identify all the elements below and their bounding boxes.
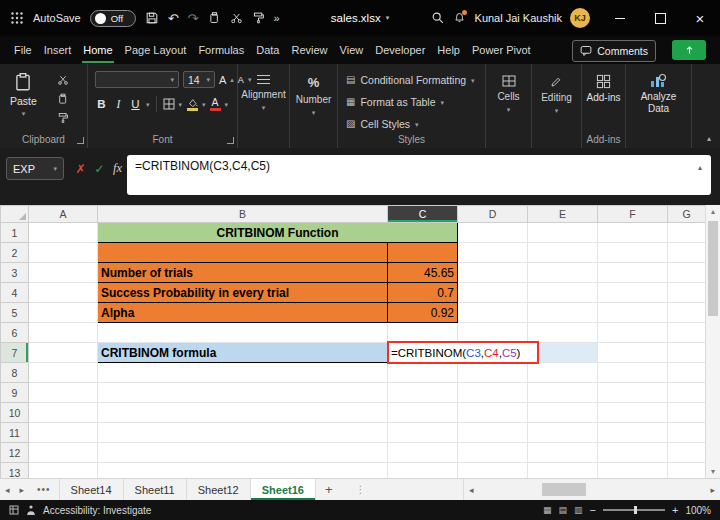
cell[interactable] <box>458 383 528 403</box>
chevron-down-icon[interactable]: ▾ <box>179 101 183 108</box>
cell-C3[interactable]: 45.65 <box>388 263 458 283</box>
cell[interactable] <box>29 343 98 363</box>
cell[interactable] <box>458 263 528 283</box>
cell-B5[interactable]: Alpha <box>98 303 388 323</box>
maximize-button[interactable] <box>640 0 680 36</box>
col-header-E[interactable]: E <box>528 206 598 223</box>
cell[interactable] <box>668 423 706 443</box>
horizontal-scroll-track[interactable] <box>479 479 706 500</box>
enter-icon[interactable]: ✓ <box>91 157 108 180</box>
cell[interactable] <box>598 463 668 479</box>
normal-view-icon[interactable]: ▦ <box>543 506 552 515</box>
cell-B3[interactable]: Number of trials <box>98 263 388 283</box>
cell[interactable] <box>98 383 388 403</box>
format-painter-icon[interactable] <box>54 110 72 125</box>
tab-power-pivot[interactable]: Power Pivot <box>466 36 537 64</box>
cell[interactable] <box>458 223 528 243</box>
page-layout-view-icon[interactable]: ▤ <box>559 506 568 515</box>
cell-C5[interactable]: 0.92 <box>388 303 458 323</box>
number-collapsed-button[interactable]: % Number ▾ <box>290 64 337 148</box>
cell[interactable] <box>598 403 668 423</box>
cell[interactable] <box>98 363 388 383</box>
tab-review[interactable]: Review <box>285 36 333 64</box>
cell[interactable] <box>388 383 458 403</box>
editing-collapsed-button[interactable]: Editing ▾ <box>532 64 581 148</box>
col-header-A[interactable]: A <box>29 206 98 223</box>
cell[interactable] <box>668 303 706 323</box>
sheet-tab-sheet12[interactable]: Sheet12 <box>187 479 251 500</box>
cell[interactable] <box>668 323 706 343</box>
zoom-in-icon[interactable]: + <box>672 505 678 516</box>
scroll-down-icon[interactable]: ▾ <box>706 467 720 476</box>
row-header[interactable]: 6 <box>1 323 29 343</box>
cut-icon[interactable] <box>230 11 243 25</box>
cell[interactable] <box>528 303 598 323</box>
dialog-launcher-icon[interactable] <box>77 137 84 144</box>
cell[interactable] <box>668 223 706 243</box>
formula-input[interactable]: =CRITBINOM(C3,C4,C5) ▴ <box>127 155 711 195</box>
row-header[interactable]: 4 <box>1 283 29 303</box>
chevron-down-icon[interactable]: ▾ <box>202 101 206 108</box>
accessibility-status-label[interactable]: Accessibility: Investigate <box>43 505 151 516</box>
row-header[interactable]: 7 <box>1 343 29 363</box>
cell[interactable] <box>668 283 706 303</box>
cell-B4[interactable]: Success Probability in every trial <box>98 283 388 303</box>
cell[interactable] <box>528 423 598 443</box>
collapse-formula-bar-icon[interactable]: ▴ <box>698 163 702 172</box>
cell[interactable] <box>528 323 598 343</box>
avatar[interactable]: KJ <box>570 8 590 28</box>
alignment-collapsed-button[interactable]: Alignment ▾ <box>238 64 289 148</box>
cell-C7-active[interactable]: =CRITBINOM(C3,C4,C5) <box>388 343 458 363</box>
cancel-icon[interactable]: ✗ <box>72 157 89 180</box>
cell[interactable] <box>458 283 528 303</box>
qat-more-icon[interactable]: » <box>274 13 280 24</box>
cell[interactable] <box>388 403 458 423</box>
cell[interactable] <box>29 443 98 463</box>
addins-button[interactable]: Add-ins <box>582 74 625 103</box>
cell[interactable] <box>98 403 388 423</box>
col-header-C[interactable]: C <box>388 206 458 223</box>
font-name-combo[interactable]: ▾ <box>95 71 179 88</box>
cell[interactable] <box>388 443 458 463</box>
tab-help[interactable]: Help <box>431 36 466 64</box>
cell[interactable] <box>98 423 388 443</box>
cell[interactable] <box>458 363 528 383</box>
minimize-button[interactable] <box>600 0 640 36</box>
bold-button[interactable]: B <box>95 98 108 110</box>
cell[interactable] <box>29 223 98 243</box>
underline-button[interactable]: U <box>129 98 142 110</box>
cell[interactable] <box>668 263 706 283</box>
new-sheet-button[interactable]: + <box>316 482 342 497</box>
cell[interactable] <box>458 443 528 463</box>
cell[interactable] <box>528 223 598 243</box>
row-header[interactable]: 13 <box>1 463 29 479</box>
insert-function-icon[interactable]: fx <box>109 157 126 180</box>
row-header[interactable]: 12 <box>1 443 29 463</box>
scroll-right-icon[interactable]: ▸ <box>705 485 720 495</box>
tab-view[interactable]: View <box>334 36 370 64</box>
fill-color-icon[interactable] <box>186 98 198 111</box>
row-header[interactable]: 2 <box>1 243 29 263</box>
cell[interactable] <box>388 363 458 383</box>
italic-button[interactable]: I <box>112 98 125 110</box>
cell[interactable] <box>598 443 668 463</box>
zoom-slider-thumb[interactable] <box>634 506 637 514</box>
cell[interactable] <box>98 443 388 463</box>
cell[interactable] <box>598 363 668 383</box>
notification-bell-icon[interactable] <box>453 11 466 25</box>
cell[interactable] <box>528 383 598 403</box>
cell[interactable] <box>388 323 458 343</box>
col-header-B[interactable]: B <box>98 206 388 223</box>
tab-page-layout[interactable]: Page Layout <box>119 36 193 64</box>
search-icon[interactable] <box>431 11 445 25</box>
cell[interactable] <box>528 463 598 479</box>
tab-splitter-icon[interactable]: ⋮ <box>356 484 366 495</box>
cell[interactable] <box>528 443 598 463</box>
name-box[interactable]: EXP ▾ <box>6 157 64 180</box>
undo-icon[interactable]: ↶ <box>168 12 179 25</box>
macro-record-icon[interactable] <box>9 505 19 515</box>
sheet-tab-sheet16-active[interactable]: Sheet16 <box>251 479 316 500</box>
grow-font-icon[interactable]: A <box>219 74 226 86</box>
row-header[interactable]: 8 <box>1 363 29 383</box>
cell[interactable] <box>29 463 98 479</box>
